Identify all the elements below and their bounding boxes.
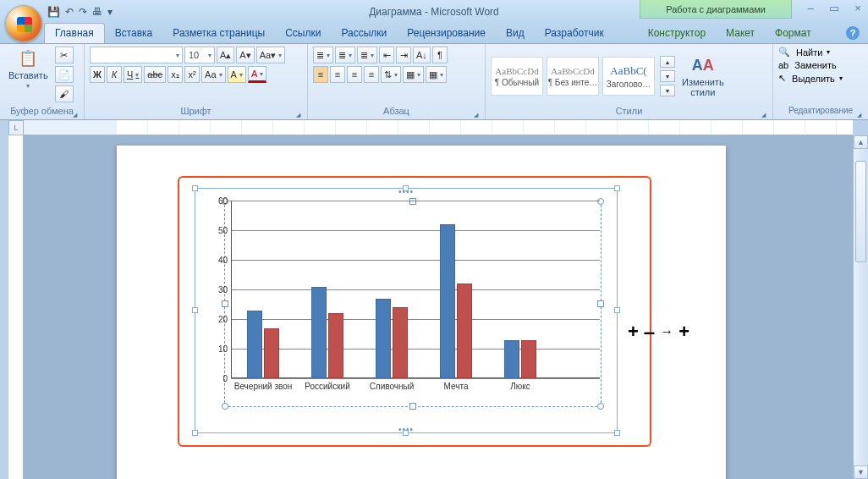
style-normal[interactable]: AaBbCcDd ¶ Обычный [491, 57, 543, 96]
restore-button[interactable]: ▭ [827, 2, 841, 14]
scroll-up-arrow[interactable]: ▲ [854, 135, 868, 149]
clear-format-button[interactable]: Aa▾ [256, 47, 285, 63]
change-case-button[interactable]: Aa [201, 66, 225, 83]
align-justify-button[interactable]: ≡ [364, 66, 379, 83]
align-left-button[interactable]: ≡ [313, 66, 328, 83]
document-page[interactable]: •••• •••• 0102030405060Вечерний звонРосс… [117, 146, 726, 479]
bar-series1[interactable] [440, 224, 455, 378]
increase-indent-button[interactable]: ⇥ [396, 47, 411, 63]
paste-button[interactable]: 📋 Вставить ▾ [5, 47, 52, 91]
resize-handle[interactable] [614, 307, 620, 313]
line-spacing-button[interactable]: ⇅ [381, 66, 401, 83]
copy-button[interactable]: 📄 [55, 66, 74, 83]
sort-button[interactable]: A↓ [413, 47, 431, 63]
qat-save-icon[interactable]: 💾 [47, 6, 60, 18]
qat-more-icon[interactable]: ▾ [107, 6, 113, 18]
underline-button[interactable]: Ч [124, 66, 142, 83]
style-preview: AaBbCcDd [551, 66, 594, 76]
plot-handle[interactable] [222, 300, 228, 307]
minimize-button[interactable]: – [804, 2, 817, 14]
decrease-indent-button[interactable]: ⇤ [379, 47, 394, 63]
office-button[interactable] [5, 5, 42, 42]
find-button[interactable]: 🔍 Найти▾ [778, 47, 830, 58]
ruler-corner[interactable]: L [8, 120, 24, 135]
bar-series1[interactable] [504, 340, 519, 379]
help-icon[interactable]: ? [846, 26, 860, 40]
resize-handle[interactable] [192, 430, 198, 436]
resize-handle[interactable] [403, 185, 409, 191]
superscript-button[interactable]: x² [184, 66, 200, 83]
tab-chart-layout[interactable]: Макет [716, 24, 765, 43]
style-no-spacing[interactable]: AaBbCcDd ¶ Без инте… [547, 57, 599, 96]
qat-undo-icon[interactable]: ↶ [65, 6, 74, 18]
tab-review[interactable]: Рецензирование [397, 24, 496, 43]
qat-print-icon[interactable]: 🖶 [92, 6, 102, 18]
bar-series2[interactable] [264, 328, 279, 379]
tab-chart-design[interactable]: Конструктор [638, 24, 716, 43]
resize-handle[interactable] [403, 430, 409, 436]
change-styles-button[interactable]: AA Изменить стили [678, 53, 728, 99]
align-right-button[interactable]: ≡ [347, 66, 362, 83]
bullets-button[interactable]: ≣ [313, 47, 333, 63]
plot-handle[interactable] [222, 403, 228, 410]
y-axis-tick: 30 [218, 285, 228, 295]
horizontal-ruler[interactable] [24, 120, 853, 135]
resize-handle[interactable] [614, 185, 620, 191]
resize-handle[interactable] [614, 430, 620, 436]
vertical-ruler[interactable] [8, 135, 24, 479]
borders-button[interactable]: ▦ [426, 66, 447, 83]
bar-series2[interactable] [328, 313, 343, 378]
bar-series1[interactable] [376, 299, 391, 379]
highlight-button[interactable]: A [228, 66, 246, 83]
page-viewport: •••• •••• 0102030405060Вечерний звонРосс… [24, 135, 853, 479]
qat-redo-icon[interactable]: ↷ [79, 6, 87, 18]
scroll-thumb[interactable] [855, 161, 866, 262]
strike-button[interactable]: abc [144, 66, 166, 83]
font-size-combo[interactable]: 10 [184, 47, 215, 63]
styles-scroll-down[interactable]: ▾ [660, 70, 675, 82]
plot-handle[interactable] [409, 403, 416, 410]
tab-mailings[interactable]: Рассылки [331, 24, 397, 43]
bar-series2[interactable] [393, 307, 408, 378]
shading-button[interactable]: ▦ [403, 66, 424, 83]
align-center-button[interactable]: ≡ [330, 66, 345, 83]
chart-object[interactable]: •••• •••• 0102030405060Вечерний звонРосс… [195, 188, 618, 433]
crosshair-icon: + [678, 322, 689, 341]
styles-scroll-up[interactable]: ▴ [660, 56, 675, 68]
select-button[interactable]: ↖ Выделить▾ [778, 73, 843, 84]
bold-button[interactable]: Ж [90, 66, 105, 83]
tab-references[interactable]: Ссылки [275, 24, 331, 43]
tab-chart-format[interactable]: Формат [765, 24, 821, 43]
style-heading1[interactable]: AaBbC( Заголово… [602, 57, 655, 96]
bar-series1[interactable] [247, 311, 262, 379]
numbering-button[interactable]: ≣ [335, 47, 355, 63]
tab-home[interactable]: Главная [44, 23, 105, 43]
shrink-font-button[interactable]: A▾ [236, 47, 254, 63]
tab-developer[interactable]: Разработчик [535, 24, 614, 43]
y-axis-tick: 60 [218, 196, 228, 206]
resize-handle[interactable] [192, 185, 198, 191]
tab-view[interactable]: Вид [496, 24, 535, 43]
bar-series2[interactable] [457, 284, 472, 378]
bar-series2[interactable] [521, 340, 536, 379]
vertical-scrollbar[interactable]: ▲ ▼ [853, 135, 868, 479]
cut-button[interactable]: ✂ [55, 47, 74, 63]
tab-insert[interactable]: Вставка [105, 24, 163, 43]
replace-button[interactable]: ab Заменить [778, 60, 837, 70]
plot-handle[interactable] [597, 403, 604, 410]
show-marks-button[interactable]: ¶ [432, 47, 448, 63]
italic-button[interactable]: К [107, 66, 122, 83]
multilevel-button[interactable]: ≣ [357, 47, 377, 63]
subscript-button[interactable]: x₂ [168, 66, 183, 83]
grow-font-button[interactable]: A▴ [217, 47, 234, 63]
styles-expand[interactable]: ▾ [660, 85, 675, 96]
bar-series1[interactable] [311, 287, 327, 379]
x-axis-category: Вечерний звон [234, 382, 293, 391]
close-button[interactable]: × [851, 2, 865, 14]
resize-handle[interactable] [192, 307, 198, 313]
format-painter-button[interactable]: 🖌 [55, 85, 74, 102]
font-color-button[interactable]: A [248, 66, 266, 83]
tab-page-layout[interactable]: Разметка страницы [162, 24, 275, 43]
scroll-down-arrow[interactable]: ▼ [854, 465, 868, 479]
font-family-combo[interactable] [90, 47, 183, 63]
